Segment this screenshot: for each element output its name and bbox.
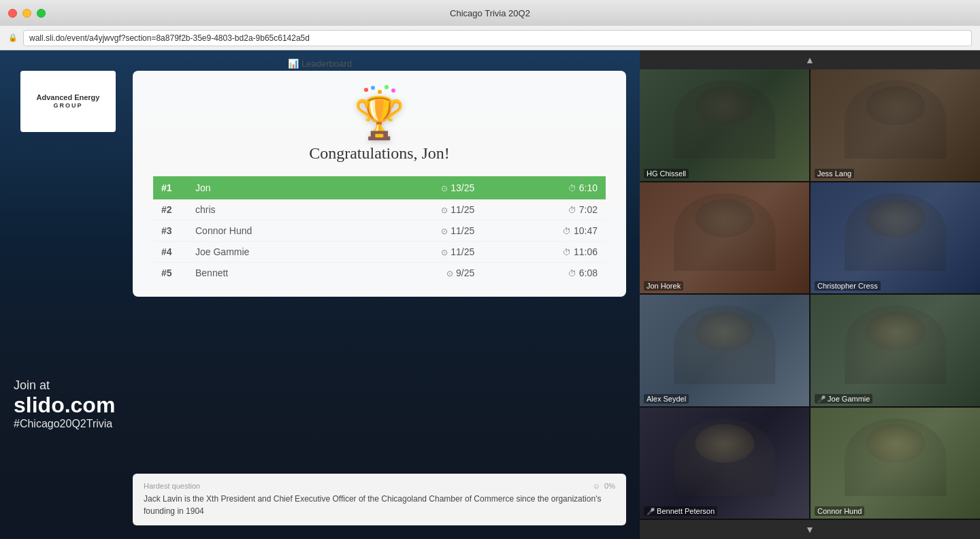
scroll-down-button[interactable]: ▼ xyxy=(640,520,980,539)
smile-icon: ☺ xyxy=(593,482,600,490)
time-cell: ⏱10:47 xyxy=(483,220,606,242)
score-cell: ⊙11/25 xyxy=(363,220,483,242)
name-cell: Connor Hund xyxy=(187,220,363,242)
slido-panel: Advanced Energy GROUP 📊 Leaderboard 🏆 xyxy=(0,50,640,539)
score-icon: ⊙ xyxy=(446,269,453,278)
leaderboard-row: #1 Jon ⊙13/25 ⏱6:10 xyxy=(153,176,606,199)
logo-line1: Advanced Energy xyxy=(37,93,100,102)
score-cell: ⊙13/25 xyxy=(363,176,483,199)
leaderboard-row: #4 Joe Gammie ⊙11/25 ⏱11:06 xyxy=(153,242,606,263)
join-hashtag-text: #Chicago20Q2Trivia xyxy=(14,418,115,430)
video-cell-bennett: 🎤 Bennett Peterson xyxy=(640,408,809,519)
leaderboard-table: #1 Jon ⊙13/25 ⏱6:10 #2 chris ⊙11/25 ⏱7:0… xyxy=(153,176,606,283)
leaderboard-row: #2 chris ⊙11/25 ⏱7:02 xyxy=(153,199,606,220)
muted-icon: 🎤 xyxy=(647,508,655,515)
leaderboard-row: #5 Bennett ⊙9/25 ⏱6:08 xyxy=(153,263,606,284)
video-panel: ▲ HG ChissellJess LangJon HorekChristoph… xyxy=(640,50,980,539)
join-at-text: Join at xyxy=(14,378,115,393)
address-bar: 🔒 wall.sli.do/event/a4yjwvgf?section=8a8… xyxy=(0,26,980,50)
name-cell: Jon xyxy=(187,176,363,199)
video-label-connor: Connor Hund xyxy=(815,506,864,516)
maximize-button[interactable] xyxy=(37,9,46,18)
time-icon: ⏱ xyxy=(568,269,576,278)
muted-icon: 🎤 xyxy=(817,395,826,403)
time-icon: ⏱ xyxy=(563,248,571,257)
time-icon: ⏱ xyxy=(563,227,571,236)
url-bar[interactable]: wall.sli.do/event/a4yjwvgf?section=8a879… xyxy=(23,30,972,46)
close-button[interactable] xyxy=(8,9,17,18)
score-icon: ⊙ xyxy=(441,206,448,215)
trophy-area: 🏆 Congratulations, Jon! xyxy=(309,84,450,163)
video-cell-jon: Jon Horek xyxy=(640,182,809,294)
video-label-chris: Christopher Cress xyxy=(815,281,881,291)
video-cell-connor: Connor Hund xyxy=(811,408,980,519)
lock-icon: 🔒 xyxy=(8,33,18,42)
title-bar: Chicago Trivia 20Q2 xyxy=(0,0,980,26)
hardest-label: Hardest question ☺ 0% xyxy=(144,482,615,490)
logo-line2: GROUP xyxy=(37,102,100,110)
video-label-joe: 🎤 Joe Gammie xyxy=(815,394,872,404)
video-label-jon: Jon Horek xyxy=(644,281,683,291)
video-grid: HG ChissellJess LangJon HorekChristopher… xyxy=(640,69,980,520)
rank-cell: #1 xyxy=(153,176,187,199)
window-title: Chicago Trivia 20Q2 xyxy=(450,8,530,18)
score-cell: ⊙11/25 xyxy=(363,199,483,220)
hardest-question-text: Jack Lavin is the Xth President and Chie… xyxy=(144,493,615,517)
join-overlay: Join at slido.com #Chicago20Q2Trivia xyxy=(14,378,115,430)
trophy-icon: 🏆 xyxy=(354,98,405,139)
leaderboard-label: Leaderboard xyxy=(301,59,352,69)
video-label-jess: Jess Lang xyxy=(815,169,854,178)
time-cell: ⏱11:06 xyxy=(483,242,606,263)
video-cell-alex: Alex Seydel xyxy=(640,295,809,406)
name-cell: chris xyxy=(187,199,363,220)
time-cell: ⏱7:02 xyxy=(483,199,606,220)
time-cell: ⏱6:10 xyxy=(483,176,606,199)
score-icon: ⊙ xyxy=(441,184,448,193)
video-cell-joe: 🎤 Joe Gammie xyxy=(811,295,980,406)
time-icon: ⏱ xyxy=(568,184,576,193)
rank-cell: #4 xyxy=(153,242,187,263)
name-cell: Bennett xyxy=(187,263,363,284)
leaderboard-row: #3 Connor Hund ⊙11/25 ⏱10:47 xyxy=(153,220,606,242)
leaderboard-icon: 📊 xyxy=(288,59,299,69)
leaderboard-card: 🏆 Congratulations, Jon! #1 Jon ⊙13/25 ⏱6… xyxy=(133,71,626,297)
video-cell-chris: Christopher Cress xyxy=(811,182,980,294)
video-cell-hg: HG Chissell xyxy=(640,69,809,181)
hardest-question-box: Hardest question ☺ 0% Jack Lavin is the … xyxy=(133,474,626,525)
hardest-pct: ☺ 0% xyxy=(593,482,615,490)
minimize-button[interactable] xyxy=(22,9,31,18)
window-controls[interactable] xyxy=(8,9,46,18)
time-cell: ⏱6:08 xyxy=(483,263,606,284)
leaderboard-tab[interactable]: 📊 Leaderboard xyxy=(288,59,352,69)
video-label-bennett: 🎤 Bennett Peterson xyxy=(644,506,717,516)
congrats-text: Congratulations, Jon! xyxy=(309,144,450,163)
company-logo: Advanced Energy GROUP xyxy=(20,71,116,132)
video-label-alex: Alex Seydel xyxy=(644,394,689,404)
video-cell-jess: Jess Lang xyxy=(811,69,980,181)
scroll-up-button[interactable]: ▲ xyxy=(640,50,980,69)
score-icon: ⊙ xyxy=(441,227,448,236)
score-cell: ⊙11/25 xyxy=(363,242,483,263)
score-icon: ⊙ xyxy=(441,248,448,257)
rank-cell: #3 xyxy=(153,220,187,242)
main-content: Advanced Energy GROUP 📊 Leaderboard 🏆 xyxy=(0,50,980,539)
score-cell: ⊙9/25 xyxy=(363,263,483,284)
time-icon: ⏱ xyxy=(568,206,576,215)
video-label-hg: HG Chissell xyxy=(644,169,689,178)
name-cell: Joe Gammie xyxy=(187,242,363,263)
join-url-text: slido.com xyxy=(14,393,115,418)
rank-cell: #5 xyxy=(153,263,187,284)
rank-cell: #2 xyxy=(153,199,187,220)
url-text: wall.sli.do/event/a4yjwvgf?section=8a879… xyxy=(29,33,310,43)
